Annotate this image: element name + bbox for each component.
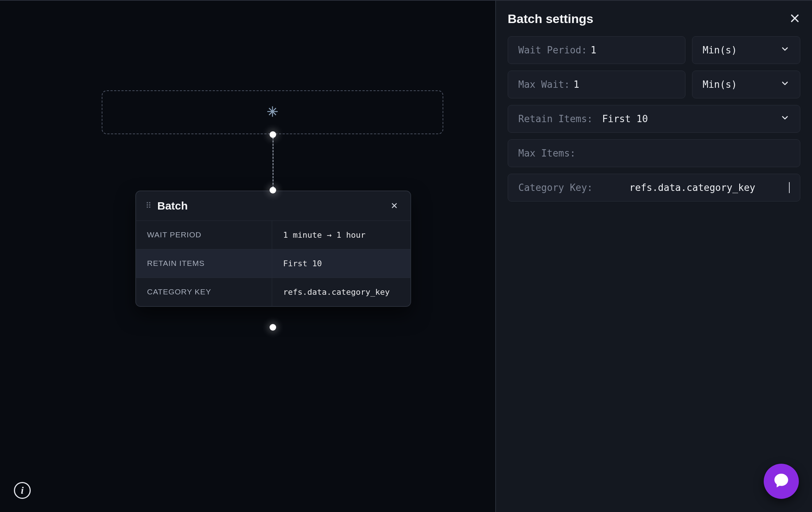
node-label: WAIT PERIOD (136, 221, 272, 249)
chevron-down-icon (780, 79, 790, 90)
field-row-retain-items: Retain Items: First 10 (508, 105, 800, 133)
field-value: First 10 (602, 113, 648, 124)
retain-items-select[interactable]: Retain Items: First 10 (508, 105, 800, 133)
field-label: Wait Period: (518, 45, 587, 56)
chevron-down-icon (780, 44, 790, 56)
batch-output-port[interactable] (270, 324, 276, 331)
node-value: 1 minute → 1 hour (272, 221, 410, 249)
batch-node-header[interactable]: ⠿ Batch ✕ (136, 191, 410, 221)
flow-canvas[interactable]: ⠿ Batch ✕ WAIT PERIOD 1 minute → 1 hour … (0, 0, 496, 512)
field-row-wait-period: Wait Period: 1 Min(s) (508, 36, 800, 64)
edge-trigger-to-batch (272, 137, 274, 188)
chat-button[interactable] (764, 464, 799, 499)
text-caret (789, 182, 790, 193)
info-button[interactable]: i (14, 482, 31, 499)
node-label: RETAIN ITEMS (136, 249, 272, 278)
wait-period-unit-select[interactable]: Min(s) (692, 36, 800, 64)
max-items-field[interactable]: Max Items: (508, 139, 800, 167)
svg-point-0 (272, 111, 273, 112)
unit-value: Min(s) (703, 79, 737, 90)
node-value: First 10 (272, 249, 410, 278)
field-label: Max Items: (518, 148, 576, 159)
panel-header: Batch settings (508, 12, 800, 26)
field-label: Max Wait: (518, 79, 570, 90)
field-row-max-wait: Max Wait: 1 Min(s) (508, 71, 800, 98)
node-label: CATEGORY KEY (136, 278, 272, 306)
drag-handle-icon[interactable]: ⠿ (146, 202, 151, 210)
trigger-output-port[interactable] (270, 131, 276, 138)
app-root: ⠿ Batch ✕ WAIT PERIOD 1 minute → 1 hour … (0, 0, 812, 512)
chevron-down-icon (780, 113, 790, 125)
field-row-max-items: Max Items: (508, 139, 800, 167)
node-value: refs.data.category_key (272, 278, 410, 306)
batch-node[interactable]: ⠿ Batch ✕ WAIT PERIOD 1 minute → 1 hour … (135, 191, 411, 307)
unit-value: Min(s) (703, 45, 737, 56)
panel-title: Batch settings (508, 12, 593, 26)
settings-panel: Batch settings Wait Period: 1 Min(s) Max… (496, 0, 812, 512)
close-icon[interactable] (789, 13, 800, 25)
sparkle-icon (266, 105, 279, 120)
max-wait-unit-select[interactable]: Min(s) (692, 71, 800, 98)
chat-icon (772, 471, 790, 491)
field-value: 1 (591, 45, 597, 56)
batch-node-title: Batch (157, 200, 381, 212)
node-row-category-key[interactable]: CATEGORY KEY refs.data.category_key (136, 278, 410, 306)
info-icon: i (21, 485, 24, 496)
field-value: 1 (574, 79, 579, 90)
close-icon[interactable]: ✕ (388, 199, 401, 212)
max-wait-field[interactable]: Max Wait: 1 (508, 71, 685, 98)
node-row-wait-period[interactable]: WAIT PERIOD 1 minute → 1 hour (136, 221, 410, 249)
field-label: Retain Items: (518, 113, 593, 124)
category-key-field[interactable]: Category Key: refs.data.category_key (508, 174, 800, 202)
node-row-retain-items[interactable]: RETAIN ITEMS First 10 (136, 249, 410, 278)
field-value: refs.data.category_key (629, 182, 755, 193)
trigger-dropzone[interactable] (102, 90, 443, 134)
wait-period-field[interactable]: Wait Period: 1 (508, 36, 685, 64)
field-label: Category Key: (518, 182, 593, 193)
batch-input-port[interactable] (270, 187, 276, 193)
field-row-category-key: Category Key: refs.data.category_key (508, 174, 800, 202)
